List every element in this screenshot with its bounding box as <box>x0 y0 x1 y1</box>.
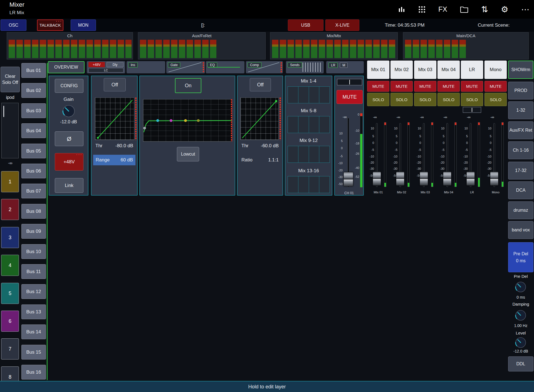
layer-select-1-32[interactable]: 1-32 <box>508 101 533 119</box>
ddl-button[interactable]: DDL <box>508 356 533 371</box>
param-label-2: Damping <box>508 302 533 306</box>
layer-select-dca[interactable]: DCA <box>508 181 533 199</box>
predel-line1: Pre Del <box>513 251 528 256</box>
param-knob-2[interactable] <box>515 309 526 321</box>
layer-select-drumsz[interactable]: drumsz <box>508 201 533 219</box>
param-label-1: Pre Del <box>508 274 533 279</box>
layer-select-band-vox[interactable]: band vox <box>508 221 533 239</box>
predel-line2: 0 ms <box>516 258 526 263</box>
param-value-1: 0 ms <box>508 295 533 299</box>
layer-select-ch-1-16[interactable]: Ch 1-16 <box>508 141 533 159</box>
layer-select-aux-fx-ret[interactable]: Aux/FX Ret <box>508 121 533 139</box>
layer-select-showrm[interactable]: SHOWrm <box>508 61 533 79</box>
param-value-3: -12.0 dB <box>508 349 533 353</box>
mixer-app: Mixer LR Mix FX ⇅ ⚙ ⋯ OSC TALKBAC <box>0 0 534 392</box>
param-label-3: Level <box>508 331 533 335</box>
right-sidebar: Pre Del 0 ms DDL SHOWrmPROD1-32Aux/FX Re… <box>0 0 534 392</box>
predel-quick-button[interactable]: Pre Del 0 ms <box>508 242 533 272</box>
param-value-2: 1.00 Hz <box>508 323 533 328</box>
layer-select-prod[interactable]: PROD <box>508 82 533 99</box>
layer-select-17-32[interactable]: 17-32 <box>508 162 533 179</box>
bottom-bar[interactable]: Hold to edit layer <box>0 381 534 392</box>
param-knob-1[interactable] <box>515 281 526 293</box>
param-knob-3[interactable] <box>515 337 526 348</box>
